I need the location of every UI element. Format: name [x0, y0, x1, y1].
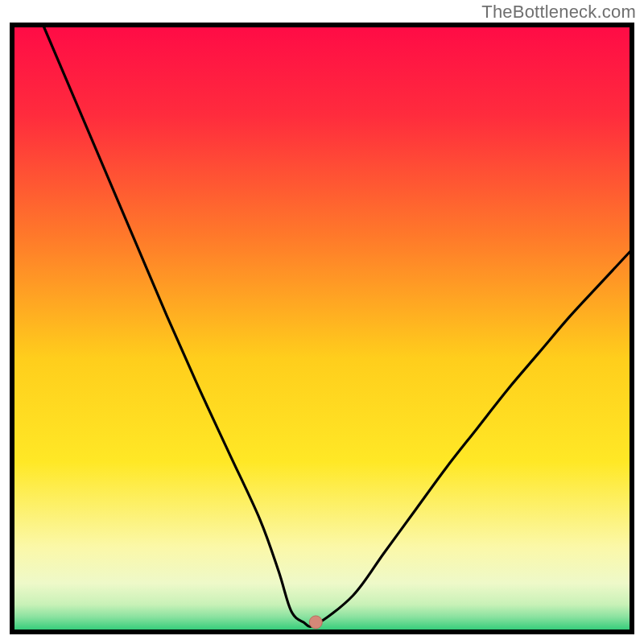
- watermark-text: TheBottleneck.com: [481, 2, 636, 23]
- plot-area: [10, 23, 634, 634]
- chart-svg: [10, 23, 634, 634]
- chart-container: TheBottleneck.com: [0, 0, 644, 644]
- minimum-marker: [309, 616, 322, 629]
- gradient-background: [12, 25, 632, 632]
